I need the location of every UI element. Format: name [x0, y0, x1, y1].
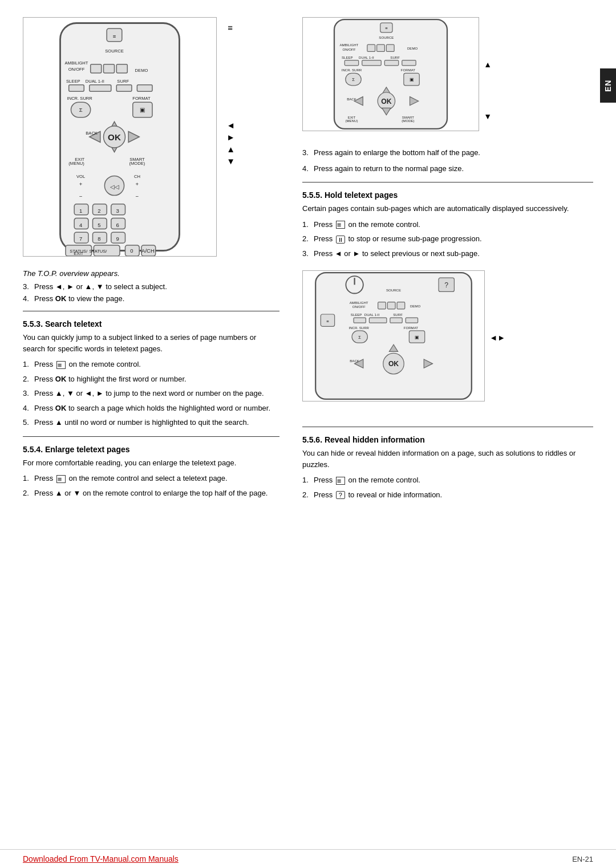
- list-item: 1. Press on the remote control and selec…: [23, 473, 279, 484]
- svg-text:2: 2: [98, 208, 100, 214]
- svg-text:◁◁: ◁◁: [110, 184, 119, 190]
- svg-text:?: ?: [444, 281, 448, 289]
- svg-text:(MENU): (MENU): [345, 119, 358, 123]
- section-555-title: 5.5.5. Hold teletext pages: [302, 190, 593, 200]
- svg-rect-8: [116, 64, 127, 73]
- left-step3-num: 3.: [23, 282, 34, 291]
- svg-text:SLEEP: SLEEP: [351, 313, 362, 317]
- menu-icon: [336, 221, 345, 229]
- right-step4: 4. Press again to return to the normal p…: [302, 163, 593, 175]
- section-555-intro: Certain pages contain sub-pages which ar…: [302, 203, 593, 214]
- svg-text:≡: ≡: [113, 33, 116, 39]
- svg-rect-76: [377, 44, 385, 51]
- list-item: 1. Press on the remote control.: [302, 474, 593, 486]
- divider-554: [23, 436, 279, 437]
- svg-rect-84: [384, 60, 398, 66]
- svg-text:AMBILIGHT: AMBILIGHT: [65, 60, 88, 66]
- step-text: Press ▲ or ▼ on the remote control to en…: [34, 488, 279, 499]
- list-item: 3. Press ◄ or ► to select previous or ne…: [302, 248, 593, 259]
- list-item: 2. Press ⏸ to stop or resume sub-page pr…: [302, 233, 593, 245]
- footer-page-number: EN-21: [572, 855, 593, 863]
- svg-rect-120: [354, 318, 366, 323]
- right-remote-bottom-image: ? ≡ SOURCE AMBILIGHT ON/OFF DEMO: [302, 270, 485, 401]
- svg-text:5: 5: [98, 222, 100, 228]
- step-num: 3.: [302, 248, 314, 259]
- play-icon: ⏸: [336, 236, 345, 244]
- step-num: 1.: [23, 473, 34, 484]
- bottom-remote-left-arrow: ◄: [489, 333, 497, 342]
- svg-text:8: 8: [98, 236, 100, 242]
- svg-text:BACK: BACK: [347, 97, 356, 101]
- step-num: 2.: [302, 489, 314, 501]
- left-step3-text: Press ◄, ► or ▲, ▼ to select a subject.: [34, 282, 167, 291]
- svg-text:STATUS/: STATUS/: [90, 249, 108, 254]
- left-step4: 4. Press OK to view the page.: [23, 294, 279, 303]
- svg-text:≡: ≡: [385, 26, 388, 31]
- section-556-intro: You can hide or reveal hidden informatio…: [302, 448, 593, 470]
- svg-rect-122: [390, 318, 402, 323]
- step-num: 5.: [23, 417, 34, 428]
- divider-556: [302, 427, 593, 427]
- svg-text:OK: OK: [381, 98, 391, 106]
- page: EN ≡ SOURCE AMBILIGHT ON: [0, 0, 616, 868]
- svg-text:EXIT: EXIT: [74, 251, 83, 256]
- svg-text:SLEEP: SLEEP: [66, 79, 80, 84]
- right-remote-top-image: ≡ SOURCE AMBILIGHT ON/OFF DEMO SLEEP DUA…: [302, 17, 479, 131]
- svg-text:(MODE): (MODE): [402, 119, 414, 123]
- svg-text:ON/OFF: ON/OFF: [352, 305, 366, 309]
- step-text: Press on the remote control.: [34, 359, 279, 370]
- step-num: 2.: [302, 233, 314, 245]
- divider-555: [302, 182, 593, 182]
- svg-text:A/CH: A/CH: [141, 248, 155, 254]
- svg-text:6: 6: [116, 222, 119, 228]
- svg-text:DUAL 1-II: DUAL 1-II: [364, 313, 380, 317]
- left-column: ≡ SOURCE AMBILIGHT ON/OFF DEMO SLEEP DUA…: [23, 17, 297, 838]
- svg-text:DUAL 1-II: DUAL 1-II: [86, 79, 104, 84]
- svg-text:▣: ▣: [410, 77, 414, 82]
- step-text: Press OK to search a page which holds th…: [34, 403, 279, 414]
- svg-rect-114: [387, 302, 395, 309]
- section-554-list: 1. Press on the remote control and selec…: [23, 473, 279, 498]
- top-icon-indicator: ≡: [228, 23, 233, 33]
- list-item: 2. Press ? to reveal or hide information…: [302, 489, 593, 501]
- svg-rect-75: [367, 44, 375, 51]
- svg-text:DUAL 1-II: DUAL 1-II: [359, 55, 374, 59]
- step-text: Press on the remote control.: [314, 219, 593, 230]
- footer-link[interactable]: Downloaded From TV-Manual.com Manuals: [23, 854, 179, 863]
- svg-rect-83: [362, 60, 382, 66]
- svg-text:−: −: [79, 193, 83, 200]
- svg-rect-123: [406, 318, 418, 323]
- left-step3: 3. Press ◄, ► or ▲, ▼ to select a subjec…: [23, 282, 279, 291]
- step-num: 4.: [23, 403, 34, 414]
- section-553-list: 1. Press on the remote control. 2. Press…: [23, 359, 279, 428]
- nav-arrows-indicator: ◄ ► ▲ ▼: [226, 120, 235, 166]
- menu-icon: [336, 477, 345, 485]
- svg-rect-85: [402, 60, 416, 66]
- bottom-remote-right-arrow: ►: [497, 333, 505, 342]
- step-num: 1.: [23, 359, 34, 370]
- right-column: ≡ SOURCE AMBILIGHT ON/OFF DEMO SLEEP DUA…: [297, 17, 593, 838]
- side-tab: EN: [600, 68, 616, 103]
- list-item: 3. Press ▲, ▼ or ◄, ► to jump to the nex…: [23, 388, 279, 399]
- section-553-intro: You can quickly jump to a subject linked…: [23, 332, 279, 354]
- svg-text:SOURCE: SOURCE: [379, 35, 394, 39]
- right-step4-text: Press again to return to the normal page…: [314, 163, 464, 175]
- svg-text:1: 1: [79, 208, 82, 214]
- step-num: 1.: [302, 474, 314, 486]
- svg-text:▣: ▣: [140, 107, 145, 113]
- svg-rect-14: [90, 85, 111, 91]
- step-text: Press on the remote control and select a…: [34, 473, 279, 484]
- svg-rect-77: [386, 44, 394, 51]
- main-content: ≡ SOURCE AMBILIGHT ON/OFF DEMO SLEEP DUA…: [0, 0, 616, 849]
- svg-text:SURF: SURF: [390, 55, 400, 59]
- question-icon: ?: [336, 491, 345, 499]
- svg-text:ON/OFF: ON/OFF: [68, 67, 85, 72]
- svg-text:SLEEP: SLEEP: [342, 55, 353, 59]
- list-item: 5. Press ▲ until no word or number is hi…: [23, 417, 279, 428]
- svg-rect-113: [378, 302, 386, 309]
- svg-text:7: 7: [79, 236, 82, 242]
- step-text: Press ▲, ▼ or ◄, ► to jump to the next w…: [34, 388, 279, 399]
- divider-553: [23, 311, 279, 311]
- svg-text:VOL: VOL: [76, 174, 85, 179]
- svg-text:ON/OFF: ON/OFF: [342, 47, 355, 51]
